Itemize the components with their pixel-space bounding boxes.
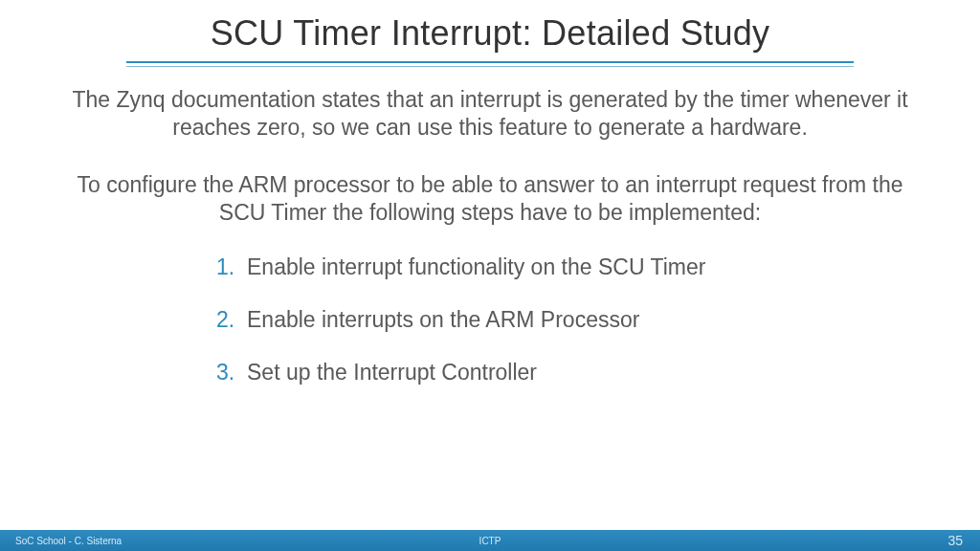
- page-number: 35: [947, 533, 963, 548]
- step-number: 1.: [216, 254, 247, 280]
- list-item: 3. Set up the Interrupt Controller: [216, 360, 926, 386]
- step-number: 3.: [216, 360, 247, 386]
- step-text: Set up the Interrupt Controller: [247, 360, 537, 386]
- slide: SCU Timer Interrupt: Detailed Study The …: [0, 0, 980, 551]
- list-item: 2. Enable interrupts on the ARM Processo…: [216, 307, 926, 333]
- title-underline: [126, 61, 854, 63]
- list-item: 1. Enable interrupt functionality on the…: [216, 254, 926, 280]
- slide-content: The Zynq documentation states that an in…: [0, 86, 980, 530]
- steps-list: 1. Enable interrupt functionality on the…: [54, 254, 926, 386]
- paragraph-intro: The Zynq documentation states that an in…: [54, 86, 926, 143]
- step-number: 2.: [216, 307, 247, 333]
- footer-author: SoC School - C. Sisterna: [0, 536, 122, 546]
- paragraph-steps-intro: To configure the ARM processor to be abl…: [54, 171, 926, 228]
- step-text: Enable interrupts on the ARM Processor: [247, 307, 639, 333]
- footer-org: ICTP: [479, 536, 501, 546]
- slide-title: SCU Timer Interrupt: Detailed Study: [0, 13, 980, 54]
- step-text: Enable interrupt functionality on the SC…: [247, 254, 705, 280]
- footer-bar: SoC School - C. Sisterna ICTP 35: [0, 530, 980, 551]
